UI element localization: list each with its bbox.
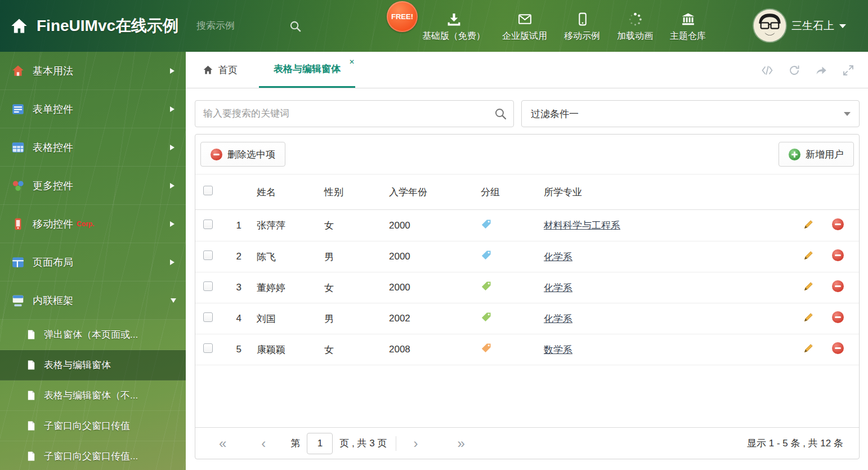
- nav-enterprise-trial[interactable]: 企业版试用: [494, 10, 556, 42]
- file-icon: [26, 451, 37, 462]
- page-number-input[interactable]: [307, 433, 333, 454]
- prev-page-icon[interactable]: ‹: [261, 437, 266, 450]
- sidebar-subitem-label: 弹出窗体（本页面或...: [44, 328, 138, 341]
- tag-icon: [481, 312, 491, 323]
- grid-panel: 删除选中项 新增用户 姓名 性别 入学年份 分组 所学专业 1 张萍萍 女 20…: [195, 134, 860, 459]
- edit-icon[interactable]: [803, 342, 815, 354]
- sidebar-item-label: 内联框架: [33, 294, 73, 307]
- edit-icon[interactable]: [803, 311, 815, 323]
- sidebar-subitem-popup-window[interactable]: 弹出窗体（本页面或...: [0, 320, 186, 350]
- sidebar-subitem-child-to-parent[interactable]: 子窗口向父窗口传值: [0, 411, 186, 441]
- edit-icon[interactable]: [803, 218, 815, 230]
- keyword-search-input[interactable]: [195, 100, 514, 127]
- chevron-down-icon: [844, 112, 851, 116]
- row-checkbox[interactable]: [203, 343, 213, 353]
- app-title: FineUIMvc在线示例: [37, 15, 178, 37]
- row-checkbox[interactable]: [203, 312, 213, 322]
- user-menu[interactable]: 三生石上: [791, 0, 846, 52]
- header-search: [196, 20, 312, 32]
- last-page-icon[interactable]: »: [457, 437, 464, 450]
- nav-loading-animation[interactable]: 加载动画: [609, 10, 661, 42]
- nav-label: 加载动画: [617, 30, 653, 42]
- home-icon[interactable]: [10, 17, 28, 35]
- source-code-icon[interactable]: [761, 64, 773, 77]
- nav-label: 主题仓库: [670, 30, 706, 42]
- row-number: 1: [226, 220, 257, 231]
- header-search-input[interactable]: [196, 20, 289, 32]
- major-link[interactable]: 数学系: [544, 344, 572, 355]
- sidebar-item-page-layout[interactable]: 页面布局: [0, 243, 186, 281]
- delete-selected-button[interactable]: 删除选中项: [200, 142, 285, 167]
- col-group: 分组: [476, 186, 544, 199]
- table-row: 4 刘国 男 2002 化学系: [195, 303, 859, 334]
- nav-label: 移动示例: [564, 30, 600, 42]
- col-year: 入学年份: [389, 186, 476, 199]
- add-user-button[interactable]: 新增用户: [778, 142, 854, 167]
- close-icon[interactable]: ✕: [349, 58, 355, 66]
- table-row: 5 康颖颖 女 2008 数学系: [195, 334, 859, 365]
- pager-divider: [396, 436, 396, 451]
- chevron-right-icon: [170, 221, 175, 227]
- sidebar-item-grid-controls[interactable]: 表格控件: [0, 128, 186, 167]
- major-link[interactable]: 化学系: [544, 283, 572, 293]
- major-link[interactable]: 材料科学与工程系: [544, 220, 620, 231]
- major-link[interactable]: 化学系: [544, 314, 572, 324]
- row-checkbox[interactable]: [203, 220, 213, 229]
- table-header: 姓名 性别 入学年份 分组 所学专业: [195, 174, 859, 210]
- sidebar-item-mobile-controls[interactable]: 移动控件 Corp.: [0, 205, 186, 243]
- chevron-right-icon: [170, 106, 175, 112]
- next-page-icon[interactable]: ›: [413, 437, 418, 450]
- delete-icon[interactable]: [832, 311, 844, 323]
- sidebar-item-basic-usage[interactable]: 基本用法: [0, 52, 186, 90]
- sidebar-item-iframe[interactable]: 内联框架: [0, 281, 186, 320]
- col-gender: 性别: [324, 186, 389, 199]
- edit-icon[interactable]: [803, 280, 815, 292]
- nav-basic-edition[interactable]: 基础版（免费）: [414, 10, 494, 42]
- major-link[interactable]: 化学系: [544, 252, 572, 262]
- minus-circle-icon: [211, 149, 222, 160]
- row-checkbox[interactable]: [203, 281, 213, 291]
- sidebar-item-more-controls[interactable]: 更多控件: [0, 167, 186, 205]
- layout-icon: [11, 256, 25, 269]
- sidebar-item-form-controls[interactable]: 表单控件: [0, 90, 186, 128]
- search-icon[interactable]: [494, 108, 507, 120]
- row-checkbox[interactable]: [203, 250, 213, 260]
- edit-icon[interactable]: [803, 249, 815, 261]
- filter-dropdown[interactable]: 过滤条件一: [521, 100, 860, 127]
- delete-icon[interactable]: [832, 342, 844, 354]
- filter-dropdown-value: 过滤条件一: [531, 108, 579, 120]
- delete-icon[interactable]: [832, 218, 844, 230]
- open-new-window-icon[interactable]: [815, 64, 827, 77]
- sidebar-item-label: 表单控件: [33, 102, 73, 116]
- search-icon[interactable]: [289, 20, 301, 32]
- cell-gender: 男: [324, 312, 389, 325]
- sidebar-subitem-label: 表格与编辑窗体: [44, 359, 111, 371]
- cell-gender: 女: [324, 343, 389, 356]
- expand-icon[interactable]: [842, 64, 854, 77]
- tab-home[interactable]: 首页: [203, 52, 238, 88]
- nav-theme-store[interactable]: 主题仓库: [661, 10, 714, 42]
- tag-icon: [481, 250, 491, 261]
- grid-toolbar: 删除选中项 新增用户: [195, 135, 859, 174]
- cell-name: 董婷婷: [257, 281, 324, 294]
- sidebar-subitem-child-to-parent-2[interactable]: 子窗口向父窗口传值...: [0, 441, 186, 470]
- sidebar-subitem-grid-edit-window-2[interactable]: 表格与编辑窗体（不...: [0, 381, 186, 411]
- sidebar-subitem-grid-edit-window[interactable]: 表格与编辑窗体: [0, 350, 186, 381]
- free-badge: FREE!: [387, 1, 418, 32]
- nav-mobile-demo[interactable]: 移动示例: [556, 10, 609, 42]
- tab-grid-edit-window[interactable]: 表格与编辑窗体 ✕: [259, 52, 355, 88]
- record-summary: 显示 1 - 5 条 , 共 12 条: [747, 437, 843, 450]
- header-nav: 基础版（免费） 企业版试用 移动示例 加载动画 主题仓库: [414, 0, 714, 52]
- delete-icon[interactable]: [832, 280, 844, 292]
- tag-icon: [481, 281, 491, 292]
- filter-row: 过滤条件一: [195, 100, 860, 127]
- refresh-icon[interactable]: [788, 64, 800, 77]
- first-page-icon[interactable]: «: [219, 437, 226, 450]
- bank-icon: [681, 10, 696, 27]
- sidebar-subitem-label: 子窗口向父窗口传值: [44, 419, 130, 432]
- delete-icon[interactable]: [832, 249, 844, 261]
- avatar[interactable]: [754, 10, 786, 42]
- file-icon: [26, 360, 37, 370]
- select-all-checkbox[interactable]: [203, 186, 213, 195]
- chevron-right-icon: [170, 145, 175, 150]
